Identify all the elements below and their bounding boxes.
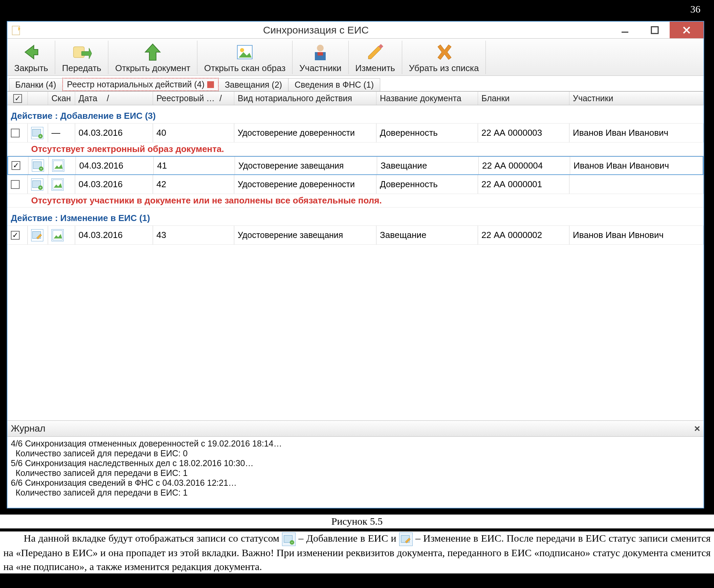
svg-text:+: + (40, 167, 42, 171)
cell-reg: 41 (154, 157, 235, 174)
row-error: Отсутствуют участники в документе или не… (7, 194, 704, 208)
arrow-up-green-icon (143, 42, 163, 62)
tab-strip: Бланки (4) Реестр нотариальных действий … (7, 76, 704, 91)
minimize-button[interactable] (610, 22, 640, 38)
col-date[interactable]: Дата / (75, 92, 153, 105)
row-checkbox[interactable]: ✓ (12, 161, 20, 170)
col-participants[interactable]: Участники (569, 92, 704, 105)
cell-date: 04.03.2016 (76, 157, 154, 174)
journal-line: Количество записей для передачи в ЕИС: 1 (11, 468, 700, 478)
svg-text:+: + (291, 540, 293, 544)
cell-reg: 42 (153, 175, 234, 194)
box-add-icon: + (282, 532, 296, 546)
cell-doc: Доверенность (376, 175, 478, 194)
titlebar: Синхронизация с ЕИС (7, 22, 704, 39)
col-blank[interactable]: Бланки (478, 92, 569, 105)
svg-text:+: + (39, 134, 42, 138)
journal-body[interactable]: 4/6 Синхронизация отмененных доверенност… (7, 437, 704, 508)
cell-blank: 22 АА 0000004 (479, 157, 570, 174)
figure-caption: Рисунок 5.5 (0, 514, 714, 528)
box-edit-icon (399, 532, 413, 546)
window-title: Синхронизация с ЕИС (22, 24, 610, 36)
open-scan-tool-button[interactable]: Открыть скан образ (197, 41, 293, 74)
cell-blank: 22 АА 0000003 (478, 124, 569, 142)
box-add-icon: + (32, 160, 44, 172)
cell-date: 04.03.2016 (75, 175, 153, 194)
box-add-icon: + (31, 178, 43, 191)
grid-header: ✓ Скан Дата / Реестровый … / Вид нотариа… (7, 92, 704, 105)
page-number: 36 (690, 3, 700, 15)
tool-label: Открыть скан образ (204, 63, 286, 74)
svg-point-8 (317, 45, 324, 51)
box-edit-icon (31, 229, 43, 241)
participants-tool-button[interactable]: Участники (293, 41, 349, 74)
tab-blanks[interactable]: Бланки (4) (9, 78, 63, 91)
tab-label: Реестр нотариальных действий (4) (67, 80, 205, 89)
tab-close-icon[interactable] (207, 81, 214, 88)
col-type[interactable]: Вид нотариального действия (234, 92, 376, 105)
journal-title: Журнал (11, 423, 45, 434)
tool-label: Участники (299, 63, 341, 74)
cell-type: Удостоверение доверенности (234, 124, 376, 142)
x-orange-icon (434, 42, 454, 62)
svg-text:+: + (39, 186, 42, 190)
open-doc-tool-button[interactable]: Открыть документ (108, 41, 197, 74)
table-row[interactable]: + — 04.03.2016 40 Удостоверение доверенн… (7, 124, 704, 143)
table-row[interactable]: ✓ 04.03.2016 43 Удостоверение завещания … (7, 226, 704, 245)
tab-registry[interactable]: Реестр нотариальных действий (4) (62, 78, 219, 91)
close-tool-button[interactable]: Закрыть (7, 41, 55, 74)
tool-label: Убрать из списка (409, 63, 479, 74)
journal-close-button[interactable]: × (694, 423, 700, 434)
journal-line: Количество записей для передачи в ЕИС: 0 (11, 448, 700, 458)
tool-label: Изменить (356, 63, 395, 74)
edit-tool-button[interactable]: Изменить (349, 41, 402, 74)
row-checkbox[interactable] (11, 180, 20, 189)
sync-dialog: Синхронизация с ЕИС Закрыть Передать Отк… (7, 21, 704, 508)
cell-participants: Иванов Иван Иванович (570, 157, 703, 174)
select-all-checkbox[interactable]: ✓ (13, 94, 22, 103)
cell-participants (569, 175, 704, 194)
cell-blank: 22 АА 0000002 (478, 226, 569, 245)
cell-doc: Завещание (376, 226, 478, 245)
maximize-button[interactable] (640, 22, 670, 38)
svg-point-7 (240, 48, 244, 52)
cell-doc: Доверенность (376, 124, 478, 142)
paragraph-1: На данной вкладке будут отображаться зап… (0, 531, 714, 573)
col-reg[interactable]: Реестровый … / (153, 92, 234, 105)
image-icon (235, 42, 255, 62)
scan-thumb-icon (51, 178, 64, 191)
row-error: Отсутствует электронный образ документа. (7, 143, 704, 156)
cell-date: 04.03.2016 (75, 226, 153, 245)
cell-blank: 22 АА 0000001 (478, 175, 569, 194)
app-icon (11, 25, 22, 36)
row-checkbox[interactable] (11, 129, 20, 138)
arrow-left-green-icon (21, 42, 41, 62)
table-row[interactable]: ✓ + 04.03.2016 41 Удостоверение завещани… (7, 156, 704, 175)
table-row[interactable]: + 04.03.2016 42 Удостоверение довереннос… (7, 175, 704, 194)
cell-date: 04.03.2016 (75, 124, 153, 142)
tab-fns[interactable]: Сведения в ФНС (1) (288, 78, 380, 91)
tab-wills[interactable]: Завещания (2) (218, 78, 289, 91)
journal-line: 6/6 Синхронизация сведений в ФНС с 04.03… (11, 478, 700, 488)
cell-type: Удостоверение доверенности (234, 175, 376, 194)
cell-participants: Иванов Иван Ивнович (569, 226, 704, 245)
toolbar: Закрыть Передать Открыть документ Открыт… (7, 39, 704, 76)
pencil-icon (365, 42, 385, 62)
cell-reg: 40 (153, 124, 234, 142)
row-checkbox[interactable]: ✓ (11, 231, 20, 240)
journal-line: 4/6 Синхронизация отмененных доверенност… (11, 439, 700, 448)
svg-rect-10 (318, 52, 323, 56)
svg-rect-2 (651, 27, 658, 34)
journal-header: Журнал × (7, 420, 704, 437)
send-tool-button[interactable]: Передать (55, 41, 108, 74)
tool-label: Открыть документ (115, 63, 190, 74)
cell-type: Удостоверение завещания (235, 157, 377, 174)
send-icon (71, 42, 92, 62)
remove-tool-button[interactable]: Убрать из списка (402, 41, 486, 74)
col-scan[interactable]: Скан (48, 92, 75, 105)
box-add-icon: + (31, 127, 43, 139)
close-button[interactable] (670, 22, 704, 38)
scan-thumb-icon (51, 229, 64, 241)
cell-participants: Иванов Иван Иванович (569, 124, 704, 142)
col-doc[interactable]: Название документа (376, 92, 478, 105)
